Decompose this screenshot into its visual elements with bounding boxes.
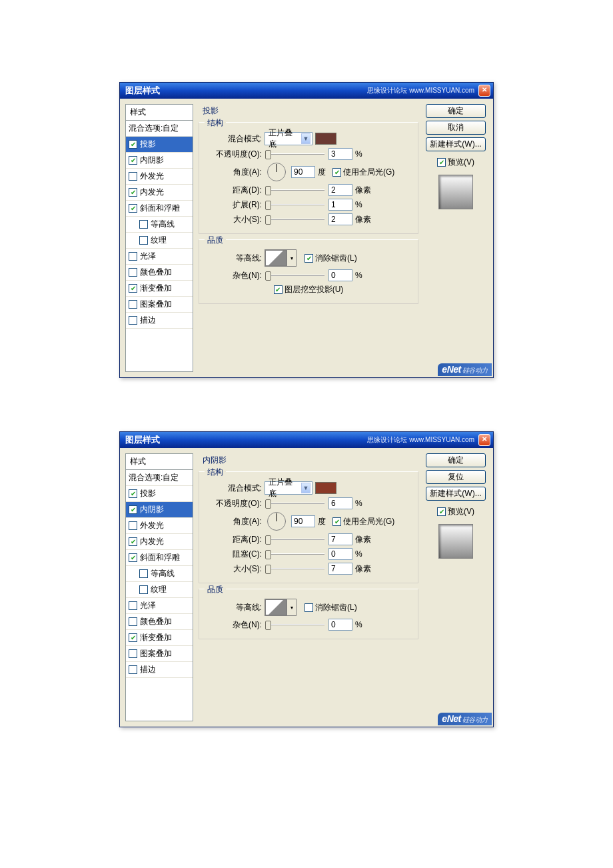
style-item[interactable]: 投影 <box>126 486 193 502</box>
spread-input[interactable] <box>328 199 352 211</box>
style-checkbox[interactable] <box>129 489 137 498</box>
size-slider[interactable] <box>265 564 326 573</box>
style-item[interactable]: 外发光 <box>126 518 193 534</box>
ok-button[interactable]: 确定 <box>426 453 486 467</box>
style-item[interactable]: 图案叠加 <box>126 646 193 662</box>
style-item[interactable]: 颜色叠加 <box>126 265 193 281</box>
style-item[interactable]: 外发光 <box>126 169 193 185</box>
style-checkbox[interactable] <box>129 649 137 658</box>
style-checkbox[interactable] <box>129 537 137 546</box>
style-checkbox[interactable] <box>139 220 148 229</box>
close-icon[interactable]: ✕ <box>478 85 490 97</box>
angle-input[interactable] <box>291 166 315 178</box>
spread-slider[interactable] <box>265 549 326 559</box>
ok-button[interactable]: 确定 <box>426 104 486 118</box>
style-item[interactable]: 内阴影 <box>126 153 193 169</box>
style-checkbox[interactable] <box>139 585 148 594</box>
close-icon[interactable]: ✕ <box>478 434 490 446</box>
style-item[interactable]: 光泽 <box>126 249 193 265</box>
style-checkbox[interactable] <box>129 665 137 674</box>
knockout-checkbox[interactable] <box>274 285 283 294</box>
style-item[interactable]: 斜面和浮雕 <box>126 201 193 217</box>
noise-slider[interactable] <box>265 271 326 280</box>
global-light-check[interactable]: 使用全局光(G) <box>332 167 394 178</box>
style-item[interactable]: 纹理 <box>126 582 193 598</box>
contour-picker[interactable]: ▾ <box>265 599 297 616</box>
style-item[interactable]: 描边 <box>126 662 193 678</box>
noise-input[interactable] <box>328 619 352 631</box>
knockout-check[interactable]: 图层挖空投影(U) <box>274 284 344 295</box>
opacity-slider[interactable] <box>265 149 326 159</box>
blending-options-row[interactable]: 混合选项:自定 <box>126 470 193 486</box>
antialias-checkbox[interactable] <box>305 254 313 263</box>
size-input[interactable] <box>328 563 352 575</box>
global-light-checkbox[interactable] <box>332 168 341 177</box>
styles-header[interactable]: 样式 <box>125 453 193 470</box>
blend-mode-combo[interactable]: 正片叠底▼ <box>265 132 312 145</box>
style-item[interactable]: 内阴影 <box>126 502 193 518</box>
size-slider[interactable] <box>265 215 326 224</box>
contour-picker[interactable]: ▾ <box>265 249 297 267</box>
style-checkbox[interactable] <box>129 601 137 610</box>
style-item[interactable]: 内发光 <box>126 534 193 550</box>
distance-slider[interactable] <box>265 185 326 195</box>
style-item[interactable]: 等高线 <box>126 566 193 582</box>
style-item[interactable]: 投影 <box>126 137 193 153</box>
style-checkbox[interactable] <box>129 268 137 277</box>
style-item[interactable]: 描边 <box>126 313 193 329</box>
newStyle-button[interactable]: 新建样式(W)... <box>426 487 486 501</box>
style-item[interactable]: 内发光 <box>126 185 193 201</box>
style-item[interactable]: 图案叠加 <box>126 297 193 313</box>
style-checkbox[interactable] <box>129 300 137 309</box>
noise-slider[interactable] <box>265 620 326 629</box>
distance-input[interactable] <box>328 533 352 545</box>
style-checkbox[interactable] <box>129 316 137 325</box>
opacity-slider[interactable] <box>265 499 326 508</box>
style-checkbox[interactable] <box>139 569 148 578</box>
spread-slider[interactable] <box>265 200 326 209</box>
style-checkbox[interactable] <box>139 236 148 245</box>
style-item[interactable]: 斜面和浮雕 <box>126 550 193 566</box>
cancel-button[interactable]: 取消 <box>426 121 486 135</box>
style-checkbox[interactable] <box>129 521 137 530</box>
style-item[interactable]: 光泽 <box>126 598 193 614</box>
style-item[interactable]: 颜色叠加 <box>126 614 193 630</box>
opacity-input[interactable] <box>328 497 352 509</box>
color-swatch[interactable] <box>315 482 336 494</box>
global-light-checkbox[interactable] <box>332 517 341 526</box>
preview-check[interactable]: 预览(V) <box>437 506 474 517</box>
blending-options-row[interactable]: 混合选项:自定 <box>126 121 193 137</box>
global-light-check[interactable]: 使用全局光(G) <box>332 516 394 527</box>
antialias-checkbox[interactable] <box>305 603 313 612</box>
distance-input[interactable] <box>328 184 352 196</box>
newStyle-button[interactable]: 新建样式(W)... <box>426 137 486 151</box>
style-checkbox[interactable] <box>129 505 137 514</box>
style-checkbox[interactable] <box>129 252 137 261</box>
style-item[interactable]: 等高线 <box>126 217 193 233</box>
size-input[interactable] <box>328 213 352 225</box>
angle-dial[interactable] <box>267 512 286 531</box>
blend-mode-combo[interactable]: 正片叠底▼ <box>265 481 312 495</box>
opacity-input[interactable] <box>328 148 352 160</box>
cancel-button[interactable]: 复位 <box>426 470 486 484</box>
preview-checkbox[interactable] <box>437 507 446 516</box>
style-item[interactable]: 渐变叠加 <box>126 281 193 297</box>
antialias-check[interactable]: 消除锯齿(L) <box>305 602 357 613</box>
style-checkbox[interactable] <box>129 140 137 149</box>
style-checkbox[interactable] <box>129 284 137 293</box>
style-item[interactable]: 渐变叠加 <box>126 630 193 646</box>
color-swatch[interactable] <box>315 133 336 145</box>
style-checkbox[interactable] <box>129 633 137 642</box>
antialias-check[interactable]: 消除锯齿(L) <box>305 253 357 264</box>
noise-input[interactable] <box>328 269 352 281</box>
style-checkbox[interactable] <box>129 617 137 626</box>
angle-input[interactable] <box>291 515 315 527</box>
style-checkbox[interactable] <box>129 172 137 181</box>
style-item[interactable]: 纹理 <box>126 233 193 249</box>
distance-slider[interactable] <box>265 535 326 544</box>
style-checkbox[interactable] <box>129 156 137 165</box>
preview-checkbox[interactable] <box>437 158 446 167</box>
style-checkbox[interactable] <box>129 188 137 197</box>
style-checkbox[interactable] <box>129 553 137 562</box>
angle-dial[interactable] <box>267 163 286 181</box>
